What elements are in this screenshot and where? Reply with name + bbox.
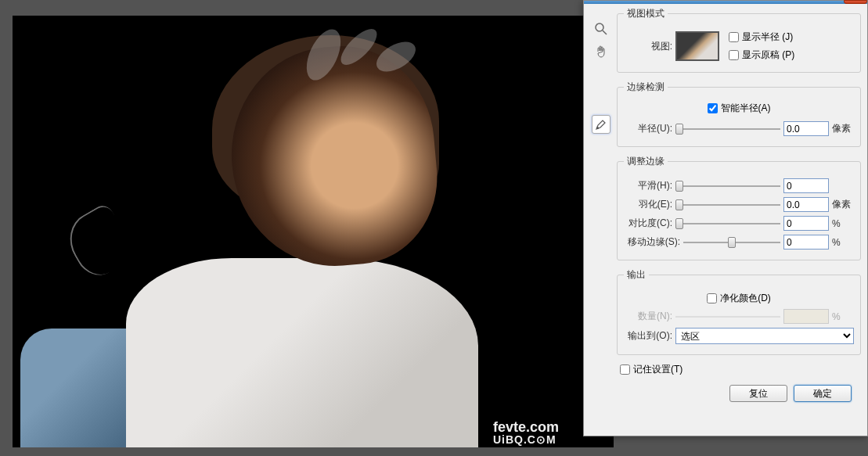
adjust-edge-group: 调整边缘 平滑(H): 羽化(E): 像素 对比度(C): [617, 155, 861, 260]
edge-detection-legend: 边缘检测 [624, 81, 668, 94]
view-mode-group: 视图模式 视图: 显示半径 (J) 显示原稿 (P) [617, 7, 861, 73]
smooth-slider[interactable] [675, 179, 780, 193]
shift-edge-unit: % [832, 237, 854, 248]
smooth-label: 平滑(H): [624, 179, 672, 192]
tool-column [590, 7, 612, 405]
feather-unit: 像素 [832, 198, 854, 211]
refine-brush-tool-icon[interactable] [592, 115, 610, 134]
output-to-label: 输出到(O): [624, 329, 672, 343]
svg-point-2 [596, 127, 599, 129]
view-mode-legend: 视图模式 [624, 7, 668, 20]
contrast-slider[interactable] [675, 217, 780, 231]
contrast-input[interactable] [783, 216, 829, 231]
amount-input [783, 309, 829, 324]
ok-button[interactable]: 确定 [794, 385, 852, 402]
canvas-preview[interactable]: fevte.com UiBQ.C⊙M [13, 16, 614, 447]
zoom-tool-icon[interactable] [592, 20, 610, 38]
output-to-select[interactable]: 选区 [675, 328, 854, 344]
radius-label: 半径(U): [624, 122, 672, 135]
dialog-titlebar[interactable] [584, 1, 867, 4]
output-legend: 输出 [624, 268, 649, 282]
watermark: fevte.com UiBQ.C⊙M [493, 420, 559, 445]
view-label: 视图: [624, 40, 672, 53]
svg-point-0 [596, 23, 603, 31]
refine-edge-dialog: 视图模式 视图: 显示半径 (J) 显示原稿 (P) [583, 0, 868, 436]
show-radius-checkbox[interactable]: 显示半径 (J) [729, 31, 794, 44]
edge-detection-group: 边缘检测 智能半径(A) 半径(U): 像素 [617, 81, 861, 147]
hand-tool-icon[interactable] [592, 43, 610, 62]
remember-settings-checkbox[interactable]: 记住设置(T) [620, 363, 683, 376]
svg-line-1 [603, 31, 607, 34]
amount-label: 数量(N): [624, 310, 672, 323]
smart-radius-checkbox[interactable]: 智能半径(A) [708, 102, 771, 115]
output-group: 输出 净化颜色(D) 数量(N): % 输出到(O): 选区 [617, 268, 861, 355]
purify-colors-checkbox[interactable]: 净化颜色(D) [707, 292, 771, 305]
feather-input[interactable] [783, 197, 829, 212]
feather-slider[interactable] [675, 198, 780, 212]
radius-input[interactable] [783, 121, 829, 136]
smooth-input[interactable] [783, 178, 829, 193]
contrast-label: 对比度(C): [624, 217, 672, 230]
show-original-checkbox[interactable]: 显示原稿 (P) [729, 48, 794, 62]
contrast-unit: % [832, 218, 854, 229]
amount-unit: % [832, 311, 854, 322]
subject-image [13, 16, 614, 447]
radius-unit: 像素 [832, 122, 854, 135]
adjust-edge-legend: 调整边缘 [624, 155, 668, 168]
view-thumbnail[interactable] [675, 31, 719, 61]
shift-edge-slider[interactable] [683, 235, 780, 250]
close-button[interactable] [844, 0, 867, 4]
shift-edge-input[interactable] [783, 235, 829, 250]
amount-slider [675, 310, 780, 324]
reset-button[interactable]: 复位 [729, 385, 787, 402]
radius-slider[interactable] [675, 122, 780, 136]
feather-label: 羽化(E): [624, 198, 672, 211]
shift-edge-label: 移动边缘(S): [624, 235, 680, 249]
